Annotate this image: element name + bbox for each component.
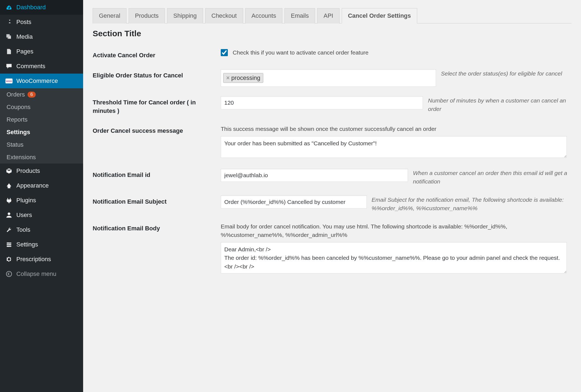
field-description: Email body for order cancel notification… xyxy=(221,222,571,239)
pin-icon xyxy=(5,18,13,26)
sidebar-label: Appearance xyxy=(16,182,49,189)
settings-tabs: General Products Shipping Checkout Accou… xyxy=(93,8,571,23)
svg-point-0 xyxy=(9,37,11,38)
tag-label: processing xyxy=(231,74,260,82)
sidebar-label: Posts xyxy=(16,19,31,26)
products-icon xyxy=(5,167,13,175)
tab-cancel-order-settings[interactable]: Cancel Order Settings xyxy=(342,8,417,23)
collapse-icon xyxy=(5,270,13,278)
tools-icon xyxy=(5,226,13,234)
email-body-textarea[interactable] xyxy=(221,242,567,273)
sidebar-item-pages[interactable]: Pages xyxy=(0,44,83,59)
sidebar-sub-label: Orders xyxy=(7,91,25,98)
help-text: When a customer cancel an order then thi… xyxy=(413,169,571,186)
tab-checkout[interactable]: Checkout xyxy=(205,8,243,23)
field-email-body: Notification Email Body Email body for o… xyxy=(93,222,571,275)
sidebar-label: Plugins xyxy=(16,197,36,204)
eligible-status-select[interactable]: × processing xyxy=(221,69,436,87)
sidebar-sub-orders[interactable]: Orders 6 xyxy=(0,88,83,101)
field-description: This success message will be shown once … xyxy=(221,125,571,133)
success-message-textarea[interactable] xyxy=(221,136,567,158)
field-threshold: Threshold Time for Cancel order ( in min… xyxy=(93,96,571,115)
svg-point-6 xyxy=(9,244,11,245)
sidebar-item-woocommerce[interactable]: woo WooCommerce xyxy=(0,74,83,88)
field-label: Activate Cancel Order xyxy=(93,49,221,60)
threshold-input[interactable] xyxy=(221,96,423,109)
field-activate: Activate Cancel Order Check this if you … xyxy=(93,49,571,60)
tab-api[interactable]: API xyxy=(317,8,339,23)
dashboard-icon xyxy=(5,3,13,11)
sidebar-label: Dashboard xyxy=(16,4,46,11)
sidebar-label: WooCommerce xyxy=(16,77,58,85)
tab-accounts[interactable]: Accounts xyxy=(245,8,283,23)
activate-checkbox[interactable] xyxy=(221,49,228,56)
sidebar-item-tools[interactable]: Tools xyxy=(0,222,83,237)
main-content: General Products Shipping Checkout Accou… xyxy=(83,0,581,392)
activate-checkbox-label[interactable]: Check this if you want to activate cance… xyxy=(221,49,368,55)
help-text: Number of minutes by when a customer can… xyxy=(428,96,571,113)
sidebar-sub-settings[interactable]: Settings xyxy=(0,126,83,138)
comments-icon xyxy=(5,62,13,70)
remove-tag-icon[interactable]: × xyxy=(226,74,230,82)
sidebar-sub-label: Settings xyxy=(7,129,30,136)
active-marker-icon xyxy=(83,78,86,84)
media-icon xyxy=(5,33,13,41)
sidebar-item-products[interactable]: Products xyxy=(0,164,83,178)
sidebar-item-users[interactable]: Users xyxy=(0,208,83,222)
svg-point-5 xyxy=(7,242,9,244)
orders-badge: 6 xyxy=(28,92,35,98)
settings-icon xyxy=(5,240,13,249)
field-label: Order Cancel success message xyxy=(93,125,221,135)
field-label: Eligible Order Status for Cancel xyxy=(93,69,221,80)
status-tag: × processing xyxy=(223,73,263,83)
svg-point-1 xyxy=(8,212,10,215)
plugins-icon xyxy=(5,196,13,204)
svg-point-7 xyxy=(7,246,9,247)
field-email-subject: Notification Email Subject Email Subject… xyxy=(93,195,571,213)
sidebar-item-prescriptions[interactable]: Prescriptions xyxy=(0,252,83,267)
admin-sidebar: Dashboard Posts Media Pages Comments woo… xyxy=(0,0,83,392)
sidebar-sub-status[interactable]: Status xyxy=(0,138,83,151)
checkbox-text: Check this if you want to activate cance… xyxy=(233,49,368,56)
sidebar-label: Settings xyxy=(16,241,38,248)
sidebar-sub-reports[interactable]: Reports xyxy=(0,113,83,126)
sidebar-sub-label: Coupons xyxy=(7,104,31,111)
sidebar-sub-label: Status xyxy=(7,141,23,148)
pages-icon xyxy=(5,47,13,56)
sidebar-item-dashboard[interactable]: Dashboard xyxy=(0,0,83,15)
sidebar-sub-extensions[interactable]: Extensions xyxy=(0,151,83,164)
field-notification-email: Notification Email id When a customer ca… xyxy=(93,169,571,186)
sidebar-label: Media xyxy=(16,33,33,40)
sidebar-item-media[interactable]: Media xyxy=(0,29,83,44)
field-success-message: Order Cancel success message This succes… xyxy=(93,125,571,159)
sidebar-item-comments[interactable]: Comments xyxy=(0,59,83,74)
woocommerce-icon: woo xyxy=(5,77,13,85)
tab-shipping[interactable]: Shipping xyxy=(167,8,203,23)
field-eligible-status: Eligible Order Status for Cancel × proce… xyxy=(93,69,571,87)
sidebar-item-settings[interactable]: Settings xyxy=(0,237,83,252)
woocommerce-submenu: Orders 6 Coupons Reports Settings Status… xyxy=(0,88,83,164)
sidebar-item-collapse[interactable]: Collapse menu xyxy=(0,267,83,281)
help-text: Email Subject for the notification email… xyxy=(372,195,571,213)
tab-products[interactable]: Products xyxy=(129,8,165,23)
field-label: Notification Email Subject xyxy=(93,195,221,206)
sidebar-label: Comments xyxy=(16,63,45,70)
gear-icon xyxy=(5,255,13,263)
field-label: Notification Email id xyxy=(93,169,221,179)
tab-general[interactable]: General xyxy=(93,8,126,23)
sidebar-sub-coupons[interactable]: Coupons xyxy=(0,101,83,113)
sidebar-label: Prescriptions xyxy=(16,256,51,263)
sidebar-label: Users xyxy=(16,212,32,219)
field-label: Notification Email Body xyxy=(93,222,221,233)
sidebar-item-posts[interactable]: Posts xyxy=(0,15,83,29)
help-text: Select the order status(es) for eligible… xyxy=(441,69,562,78)
sidebar-sub-label: Reports xyxy=(7,116,28,123)
sidebar-item-appearance[interactable]: Appearance xyxy=(0,178,83,193)
tab-emails[interactable]: Emails xyxy=(285,8,315,23)
svg-point-8 xyxy=(6,271,11,276)
sidebar-label: Pages xyxy=(16,48,33,55)
notification-email-input[interactable] xyxy=(221,169,408,182)
sidebar-item-plugins[interactable]: Plugins xyxy=(0,193,83,208)
email-subject-input[interactable] xyxy=(221,195,367,209)
appearance-icon xyxy=(5,182,13,190)
